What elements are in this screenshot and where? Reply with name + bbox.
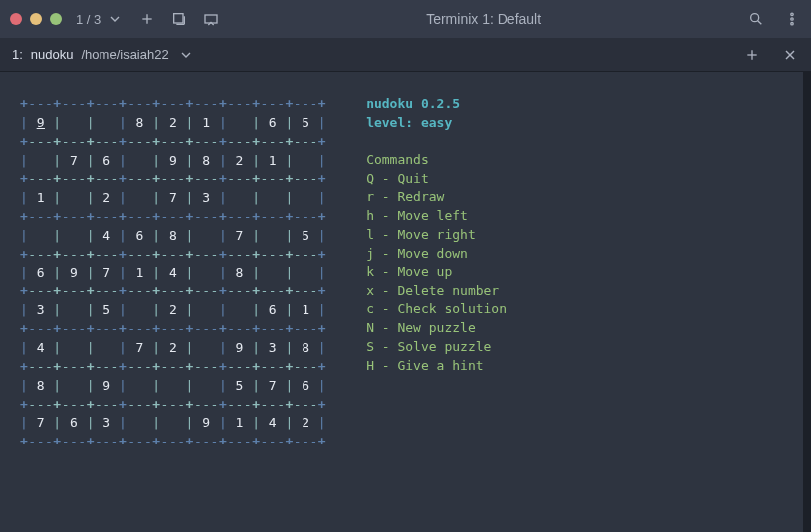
commands-heading: Commands [366, 151, 507, 170]
pager-text: 1 / 3 [76, 12, 101, 27]
command-line: j - Move down [366, 245, 507, 264]
command-line: x - Delete number [366, 282, 507, 301]
close-pane-button[interactable] [781, 46, 799, 64]
minimize-window-button[interactable] [30, 13, 42, 25]
command-line: H - Give a hint [366, 357, 507, 376]
command-line: Q - Quit [366, 170, 507, 189]
title-toolbar-left: 1 / 3 [76, 10, 220, 28]
command-line: h - Move left [366, 207, 507, 226]
info-panel: nudoku 0.2.5 level: easy Commands Q - Qu… [366, 95, 507, 522]
svg-point-6 [751, 14, 759, 22]
command-line: S - Solve puzzle [366, 338, 507, 357]
level-label: level: easy [366, 114, 507, 133]
tab-index: 1: [12, 47, 23, 62]
tab-path: /home/isaiah22 [82, 47, 169, 62]
sudoku-board: +---+---+---+---+---+---+---+---+---+ | … [4, 95, 326, 522]
window-title: Terminix 1: Default [234, 11, 733, 27]
title-toolbar-right [747, 10, 801, 28]
command-line: l - Move right [366, 226, 507, 245]
broadcast-button[interactable] [202, 10, 220, 28]
maximize-window-button[interactable] [50, 13, 62, 25]
session-pager[interactable]: 1 / 3 [76, 10, 124, 28]
command-line: k - Move up [366, 264, 507, 282]
svg-line-7 [758, 21, 762, 25]
new-tab-button[interactable] [170, 10, 188, 28]
menu-button[interactable] [783, 10, 801, 28]
terminal-tab[interactable]: 1: nudoku /home/isaiah22 [12, 46, 195, 64]
commands-list: Q - Quit r - Redraw h - Move left l - Mo… [366, 170, 507, 376]
command-line: c - Check solution [366, 300, 507, 319]
app-name-version: nudoku 0.2.5 [366, 95, 507, 114]
svg-point-9 [791, 18, 793, 20]
close-window-button[interactable] [10, 13, 22, 25]
svg-point-10 [791, 22, 793, 24]
window-controls [10, 13, 62, 25]
tabbar: 1: nudoku /home/isaiah22 [0, 38, 811, 72]
chevron-down-icon [106, 10, 124, 28]
titlebar: 1 / 3 Terminix 1: Default [0, 0, 811, 38]
command-line: r - Redraw [366, 188, 507, 207]
svg-point-8 [791, 13, 793, 15]
svg-rect-2 [174, 14, 183, 23]
add-session-button[interactable] [138, 10, 156, 28]
command-line: N - New puzzle [366, 319, 507, 338]
search-button[interactable] [747, 10, 765, 28]
terminal-pane[interactable]: +---+---+---+---+---+---+---+---+---+ | … [0, 72, 811, 532]
tab-dropdown-icon[interactable] [177, 46, 195, 64]
tab-program: nudoku [31, 47, 74, 62]
add-pane-button[interactable] [743, 46, 761, 64]
